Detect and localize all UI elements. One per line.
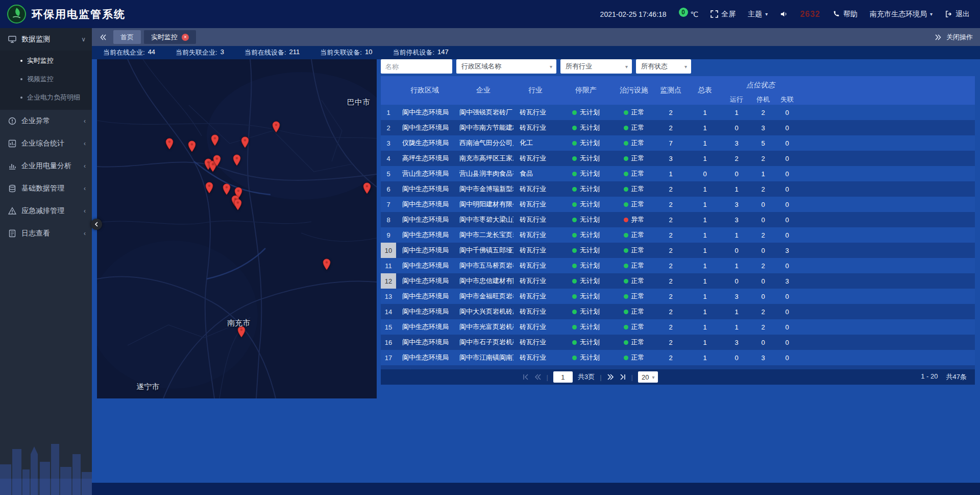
tab-bar: 首页 实时监控 × 关闭操作 — [92, 28, 980, 46]
sidebar-item-power-analysis[interactable]: 企业用电量分析 ‹ — [0, 155, 92, 177]
table-row[interactable]: 2阆中生态环境局阆中市南方节能建材有砖瓦行业无计划正常21030 — [381, 120, 975, 135]
page-size-select[interactable]: 20 ▾ — [638, 371, 658, 383]
org-dropdown[interactable]: 南充市生态环境局 ▾ — [870, 10, 933, 19]
fullscreen-button[interactable]: 全屏 — [710, 10, 736, 19]
cell-region: 营山生态环境局 — [396, 166, 453, 181]
cell-filler — [799, 151, 975, 166]
map-pin[interactable] — [233, 154, 241, 166]
map-pin[interactable] — [323, 258, 331, 270]
cell-running: 1 — [722, 319, 751, 335]
tabs-scroll-right-icon[interactable] — [934, 33, 942, 41]
cell-monitor-points: 2 — [653, 365, 688, 369]
cell-production-limit: 无计划 — [557, 166, 615, 181]
cell-running: 1 — [722, 227, 751, 243]
sidebar-item-log-view[interactable]: 日志查看 ‹ — [0, 222, 92, 245]
status-dot-icon — [624, 218, 628, 222]
cell-offline: 0 — [775, 258, 799, 273]
log-icon — [8, 229, 16, 238]
map-pin[interactable] — [363, 182, 371, 194]
table-row[interactable]: 7阆中生态环境局阆中明阳建材有限公司砖瓦行业无计划正常21300 — [381, 197, 975, 212]
sidebar-subitem-video-monitoring[interactable]: 视频监控 — [0, 70, 92, 88]
map-pin[interactable] — [205, 182, 213, 194]
tabs-scroll-left-icon[interactable] — [99, 33, 107, 41]
sidebar-item-emergency-reduction[interactable]: 应急减排管理 ‹ — [0, 200, 92, 222]
theme-dropdown[interactable]: 主题 ▾ — [748, 10, 768, 19]
close-operations-button[interactable]: 关闭操作 — [946, 33, 973, 42]
status-dot-icon — [572, 340, 577, 345]
table-row[interactable]: 4高坪生态环境局南充市高坪区王家店建砖瓦行业无计划正常31220 — [381, 151, 975, 166]
map-pin[interactable] — [213, 155, 221, 167]
sidebar-item-data-monitoring[interactable]: 数据监测 ∨ — [0, 28, 92, 51]
table-row[interactable]: 5营山生态环境局营山县润丰肉食品有限食品无计划正常10010 — [381, 166, 975, 181]
name-filter-input[interactable] — [381, 59, 452, 74]
map-pin[interactable] — [188, 140, 196, 152]
table-row[interactable]: 13阆中生态环境局阆中市金福旺页岩机砖砖瓦行业无计划正常21300 — [381, 289, 975, 304]
table-row[interactable]: 12阆中生态环境局阆中市忠信建材有限公砖瓦行业无计划正常21003 — [381, 273, 975, 289]
company-table: 行政区域 企业 行业 停限产 治污设施 监测点 总表 点位状态 — [381, 76, 975, 369]
map-pin[interactable] — [223, 183, 231, 195]
cell-pollution-facility: 正常 — [615, 273, 653, 289]
map-canvas[interactable]: 巴中市南充市遂宁市 — [97, 59, 377, 398]
cell-monitor-points: 2 — [653, 243, 688, 258]
sidebar-subitem-power-load-detail[interactable]: 企业电力负荷明细 — [0, 88, 92, 107]
next-page-button[interactable] — [607, 373, 614, 381]
region-filter-select[interactable]: 行政区域名称 ▾ — [456, 59, 556, 74]
table-row[interactable]: 17阆中生态环境局阆中市江南镇阆南页岩砖瓦行业无计划正常21030 — [381, 350, 975, 365]
speaker-button[interactable] — [780, 10, 788, 18]
table-row[interactable]: 15阆中生态环境局阆中市光富页岩机砖厂砖瓦行业无计划正常21120 — [381, 319, 975, 335]
table-row[interactable]: 10阆中生态环境局阆中千佛镇五郎垭页岩砖瓦行业无计划正常21003 — [381, 243, 975, 258]
base-data-icon — [8, 184, 16, 193]
cell-offline: 0 — [775, 105, 799, 120]
cell-monitor-points: 3 — [653, 151, 688, 166]
map-pin[interactable] — [241, 136, 249, 148]
status-filter-select[interactable]: 所有状态 ▾ — [636, 59, 691, 74]
cell-industry: 砖瓦行业 — [513, 319, 557, 335]
logout-button[interactable]: 退出 — [945, 10, 970, 19]
status-dot-icon — [572, 310, 577, 314]
status-dot-icon — [572, 110, 577, 115]
cell-total-meter: 1 — [688, 258, 722, 273]
map-pin[interactable] — [165, 138, 174, 150]
sidebar-subitem-realtime-monitoring[interactable]: 实时监控 — [0, 52, 92, 70]
help-button[interactable]: 帮助 — [832, 10, 857, 19]
map-pin[interactable] — [211, 134, 219, 146]
map-pin[interactable] — [272, 121, 280, 133]
cell-offline: 0 — [775, 197, 799, 212]
collapse-panel-button[interactable] — [91, 219, 102, 230]
map-pin[interactable] — [234, 199, 242, 210]
page-number-input[interactable] — [553, 371, 573, 383]
cell-index: 5 — [381, 166, 396, 181]
status-dot-icon — [624, 310, 628, 314]
cell-region: 阆中生态环境局 — [396, 227, 453, 243]
table-row[interactable]: 1阆中生态环境局阆中强锐页岩砖厂砖瓦行业无计划正常21120 — [381, 105, 975, 120]
cell-pollution-facility: 正常 — [615, 227, 653, 243]
first-page-button[interactable] — [522, 373, 529, 381]
table-row[interactable]: 11阆中生态环境局阆中市五马桥页岩机砖砖瓦行业无计划正常21120 — [381, 258, 975, 273]
table-row[interactable]: 9阆中生态环境局阆中市二龙长宝页岩砖砖瓦行业无计划正常21120 — [381, 227, 975, 243]
cell-region: 阆中生态环境局 — [396, 197, 453, 212]
tab-realtime-monitoring[interactable]: 实时监控 × — [144, 30, 196, 44]
status-dot-icon — [624, 110, 628, 115]
industry-filter-select[interactable]: 所有行业 ▾ — [560, 59, 632, 74]
cell-region: 阆中生态环境局 — [396, 289, 453, 304]
divider: | — [600, 373, 601, 381]
last-page-button[interactable] — [619, 373, 626, 381]
sidebar-item-company-abnormal[interactable]: 企业异常 ‹ — [0, 110, 92, 132]
table-row[interactable]: 3仪陇生态环境局西南油气田分公司川中化工无计划正常71350 — [381, 135, 975, 151]
sidebar-item-base-data[interactable]: 基础数据管理 ‹ — [0, 177, 92, 200]
table-row[interactable]: 14阆中生态环境局阆中大兴页岩机砖厂砖瓦行业无计划正常21120 — [381, 304, 975, 319]
cell-stopped: 2 — [751, 227, 775, 243]
table-row[interactable]: 18南部生态环境局南部县建兴页岩砖厂有砖瓦行业无计划正常21030 — [381, 365, 975, 369]
chevron-down-icon: ▾ — [684, 64, 687, 69]
status-dot-icon — [572, 233, 577, 238]
table-row[interactable]: 6阆中生态环境局阆中市金博瑞新型墙材砖瓦行业无计划正常21120 — [381, 181, 975, 197]
map-pin[interactable] — [237, 326, 246, 338]
table-row[interactable]: 8阆中生态环境局阆中市枣碧大梁山页岩砖瓦行业无计划异常21300 — [381, 212, 975, 227]
sidebar-item-company-statistics[interactable]: 企业综合统计 ‹ — [0, 132, 92, 155]
table-row[interactable]: 16阆中生态环境局阆中市石子页岩机砖厂砖瓦行业无计划正常21300 — [381, 335, 975, 350]
cell-offline: 0 — [775, 365, 799, 369]
prev-page-button[interactable] — [534, 373, 542, 381]
close-tab-icon[interactable]: × — [182, 34, 189, 41]
col-header-region: 行政区域 — [396, 76, 453, 105]
tab-home[interactable]: 首页 — [113, 30, 141, 44]
